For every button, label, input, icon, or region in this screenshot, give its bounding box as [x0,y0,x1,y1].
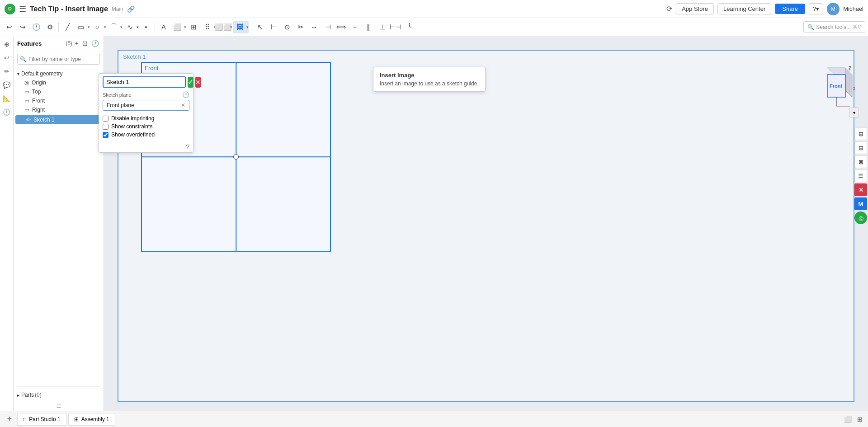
point-tool[interactable]: • [140,21,152,33]
rectangle-tool[interactable]: ▭ [75,21,87,33]
sketch-canvas[interactable]: Insert image Insert an image to use as a… [104,36,868,411]
redo-button[interactable]: ↪ [16,21,29,33]
search-tools-input[interactable]: 🔍 Search tools... ⌘C [803,21,865,33]
right-icon-layers[interactable]: ⊟ [854,141,867,154]
left-icon-sketch[interactable]: ✏ [1,66,12,77]
settings-button[interactable]: ⚙ [43,21,56,33]
tab-part-studio-1[interactable]: □ Part Studio 1 [17,413,66,426]
tree-item-front[interactable]: ▭ Front [14,96,104,105]
plane-clear-icon[interactable]: ✕ [181,102,185,108]
offset-tool[interactable]: ⟺ [335,21,348,33]
help-button[interactable]: ?▾ [809,3,823,14]
dialog-help-icon[interactable]: ? [186,143,189,150]
feature-history-button[interactable]: 🕐 [90,39,100,48]
right-icon-x[interactable]: ✕ [854,183,867,196]
hamburger-menu[interactable]: ☰ [19,4,26,14]
user-avatar[interactable]: M [827,3,840,15]
image-tool[interactable]: 🖼 [233,21,246,33]
parallel-constraint-tool[interactable]: ∥ [362,21,375,33]
right-icon-circle[interactable]: ◎ [854,211,867,224]
circle-dropdown-arrow[interactable]: ▾ [104,25,106,29]
parts-header[interactable]: ▸ Parts (0) [17,392,100,398]
line-tool[interactable]: ╱ [61,21,74,33]
left-icon-clock[interactable]: 🕐 [1,107,12,117]
share-button[interactable]: Share [775,4,805,14]
history-button[interactable]: 🕐 [30,21,42,33]
spline-dropdown-arrow[interactable]: ▾ [137,25,139,29]
default-geometry-header[interactable]: ▾ Default geometry [14,69,104,78]
undo-button[interactable]: ↩ [3,21,15,33]
dialog-cancel-button[interactable]: ✕ [195,77,201,88]
fillet-tool2[interactable]: ╰ [403,21,415,33]
extend-tool[interactable]: ↔ [308,21,321,33]
arc-tool[interactable]: ⌒ [107,21,120,33]
show-overdefined-input[interactable] [103,132,108,138]
show-overdefined-checkbox[interactable]: Show overdefined [103,131,189,139]
show-constraints-input[interactable] [103,124,108,130]
right-icon-m[interactable]: M [854,197,867,210]
mirror-tool-group[interactable]: ⬜⬜ ▾ [217,21,232,33]
spline-tool-group[interactable]: ∿ ▾ [123,21,139,33]
right-icon-wire[interactable]: ☰ [854,169,867,182]
filter-input[interactable] [17,54,100,65]
sketch-fillet-group[interactable]: ⬜ ▾ [171,21,186,33]
tabbar-expand-icon[interactable]: ⬜ [842,415,854,424]
arc-dropdown-arrow[interactable]: ▾ [120,25,123,29]
centerline-tool[interactable]: ⊞ [187,21,200,33]
tree-item-right[interactable]: ▭ Right [14,105,104,114]
spline-tool[interactable]: ∿ [123,21,136,33]
add-feature-button[interactable]: + [74,39,80,48]
trim-tool[interactable]: ✂ [294,21,307,33]
left-icon-new[interactable]: ⊕ [1,39,12,50]
sync-icon[interactable]: ⟳ [666,5,672,13]
show-constraints-checkbox[interactable]: Show constraints [103,122,189,131]
scroll-indicator[interactable]: ☰ [14,401,104,411]
add-tab-button[interactable]: + [4,413,15,425]
line-tool-group[interactable]: ╱ [61,21,74,33]
perpendicular-constraint-tool[interactable]: ⊥ [376,21,388,33]
mirror-dropdown-arrow[interactable]: ▾ [230,25,232,29]
constraint-circle-tool[interactable]: ⊙ [281,21,293,33]
tree-item-origin[interactable]: ◎ Origin [14,78,104,87]
image-tool-group[interactable]: 🖼 ▾ [233,21,249,33]
tab-assembly-1[interactable]: ⊞ Assembly 1 [68,413,115,426]
tree-item-top[interactable]: ▭ Top [14,87,104,96]
rectangle-tool-group[interactable]: ▭ ▾ [75,21,90,33]
circle-tool-group[interactable]: ○ ▾ [91,21,106,33]
disable-imprinting-checkbox[interactable]: Disable imprinting [103,114,189,122]
pattern-tool-group[interactable]: ⠿ ▾ [201,21,216,33]
left-icon-comment[interactable]: 💬 [1,80,12,90]
image-dropdown-arrow[interactable]: ▾ [246,25,249,29]
sketch-fillet-tool[interactable]: ⬜ [171,21,184,33]
disable-imprinting-input[interactable] [103,116,108,122]
select-tool[interactable]: ↖ [254,21,266,33]
left-icon-undo[interactable]: ↩ [1,52,12,63]
right-icon-grid[interactable]: ⊞ [854,127,867,140]
tabbar-grid-icon[interactable]: ⊞ [855,415,864,424]
dialog-plane-selector[interactable]: Front plane ✕ [103,100,189,111]
break-tool[interactable]: ⊢⊣ [389,21,402,33]
sketch-name-input[interactable] [103,76,186,88]
fillet-dropdown-arrow[interactable]: ▾ [184,25,186,29]
tree-item-sketch1[interactable]: ✏ Sketch 1 [15,115,102,124]
dialog-time-icon[interactable]: 🕐 [182,91,189,98]
text-tool[interactable]: A [157,21,170,33]
mirror-tool[interactable]: ⬜⬜ [217,21,230,33]
app-store-button[interactable]: App Store [676,3,714,14]
feature-options-button[interactable]: ⊡ [81,39,89,48]
view-options-button[interactable]: ▾ [849,108,859,117]
arc-tool-group[interactable]: ⌒ ▾ [107,21,123,33]
learning-center-button[interactable]: Learning Center [717,3,771,14]
left-icon-measure[interactable]: 📐 [1,93,12,104]
split-tool[interactable]: ⊣ [321,21,334,33]
3d-cube-navigator[interactable]: Front Z X ▾ [814,63,859,117]
dialog-ok-button[interactable]: ✓ [188,77,193,88]
equal-constraint-tool[interactable]: = [349,21,361,33]
circle-tool[interactable]: ○ [91,21,104,33]
link-icon[interactable]: 🔗 [127,5,135,13]
dimension-tool[interactable]: ⊢ [267,21,280,33]
onshape-logo[interactable]: O [5,4,15,14]
pattern-tool[interactable]: ⠿ [201,21,213,33]
rectangle-dropdown-arrow[interactable]: ▾ [88,25,90,29]
right-icon-3d[interactable]: ⊠ [854,155,867,168]
